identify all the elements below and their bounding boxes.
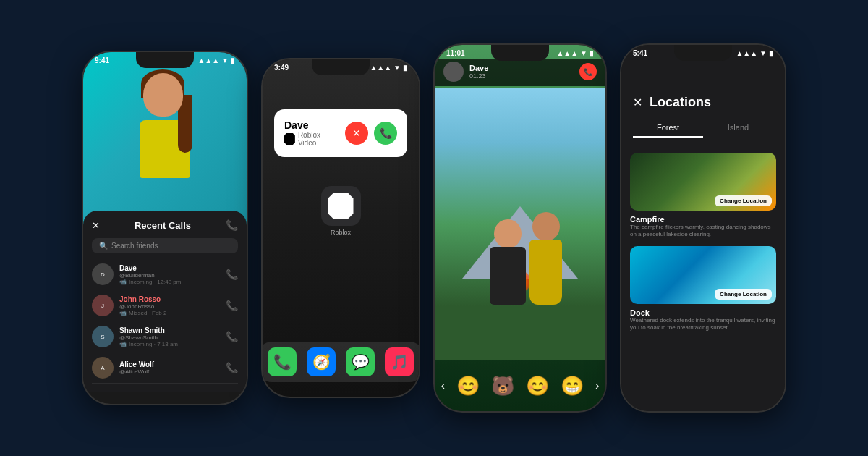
female-avatar-head xyxy=(532,212,560,241)
locations-list: Change Location Campfire The campfire fl… xyxy=(621,153,785,339)
roblox-app-icon[interactable] xyxy=(321,186,361,226)
call-avatar-shawn: S xyxy=(92,326,114,347)
emoji-2[interactable]: 🐻 xyxy=(491,375,514,397)
emoji-prev-arrow[interactable]: ‹ xyxy=(441,379,445,392)
locations-tab-bar: Forest Island xyxy=(633,119,773,138)
emoji-3[interactable]: 😊 xyxy=(526,375,549,397)
end-call-button[interactable]: 📞 xyxy=(579,63,597,80)
app-grid: Roblox xyxy=(263,172,419,250)
phone-recent-calls: 9:41 ▲▲▲ ▼ ▮ ✕ Recent Calls 📞 xyxy=(82,51,248,405)
video-icon-john: 📹 xyxy=(119,310,127,316)
female-avatar xyxy=(521,212,571,328)
locations-title: Locations xyxy=(650,95,711,110)
call-username-shawn: @ShawnSmith xyxy=(119,334,220,341)
call-item-alice[interactable]: A Alice Wolf @AliceWolf 📞 xyxy=(92,352,238,384)
call-username-dave: @Builderman xyxy=(119,272,220,279)
dock-safari-icon[interactable]: 🧭 xyxy=(307,347,336,376)
video-scene xyxy=(435,88,605,360)
emoji-next-arrow[interactable]: › xyxy=(595,379,599,392)
incoming-call-card: Dave Roblox Video ✕ 📞 xyxy=(274,109,407,157)
call-item-shawn[interactable]: S Shawn Smith @ShawnSmith 📹 Incoming · 7… xyxy=(92,321,238,352)
location-desc-campfire: The campfire flickers warmly, casting da… xyxy=(630,224,776,239)
call-action-alice[interactable]: 📞 xyxy=(226,362,238,373)
phone4-notch xyxy=(674,45,732,61)
roblox-app-label: Roblox xyxy=(321,229,361,236)
dock-messages-icon[interactable]: 💬 xyxy=(346,347,375,376)
emoji-bar: ‹ 😊 🐻 😊 😁 › xyxy=(435,360,605,411)
battery-icon4: ▮ xyxy=(769,49,773,57)
video-caller-info: Dave 01:23 xyxy=(469,64,574,80)
battery-icon: ▮ xyxy=(231,56,235,64)
wifi-icon2: ▼ xyxy=(393,64,401,72)
dock-music-icon[interactable]: 🎵 xyxy=(385,347,414,376)
call-buttons: ✕ 📞 xyxy=(345,122,397,145)
dock-phone-icon[interactable]: 📞 xyxy=(268,347,297,376)
call-meta-john: 📹 Missed · Feb 2 xyxy=(119,310,220,316)
signal-icon: ▲▲▲ xyxy=(197,56,219,64)
call-item-john[interactable]: J John Rosso @JohnRosso 📹 Missed · Feb 2… xyxy=(92,290,238,321)
phone1-notch xyxy=(136,52,194,68)
phone-incoming-call: 3:49 ▲▲▲ ▼ ▮ Dave Roblox Video ✕ 📞 xyxy=(261,58,420,398)
call-action-john[interactable]: 📞 xyxy=(226,300,238,311)
change-location-dock-button[interactable]: Change Location xyxy=(715,289,772,300)
phones-container: 9:41 ▲▲▲ ▼ ▮ ✕ Recent Calls 📞 xyxy=(67,29,801,427)
phone4-time: 5:41 xyxy=(633,49,647,57)
video-icon: 📹 xyxy=(119,279,127,285)
phone2-status-icons: ▲▲▲ ▼ ▮ xyxy=(370,64,407,72)
calls-list: D Dave @Builderman 📹 Incoming · 12:48 pm… xyxy=(92,259,238,384)
phone1-avatar-area xyxy=(83,66,247,211)
roblox-icon xyxy=(284,133,295,145)
battery-icon2: ▮ xyxy=(403,64,407,72)
call-item-dave[interactable]: D Dave @Builderman 📹 Incoming · 12:48 pm… xyxy=(92,259,238,290)
decline-button[interactable]: ✕ xyxy=(345,122,368,145)
male-avatar-head xyxy=(494,219,522,248)
avatar-figure xyxy=(125,73,205,211)
video-caller-name: Dave xyxy=(469,64,574,72)
signal-icon3: ▲▲▲ xyxy=(556,49,578,57)
tab-island[interactable]: Island xyxy=(703,119,773,138)
call-meta-shawn: 📹 Incoming · 7:13 am xyxy=(119,341,220,347)
call-meta-dave: 📹 Incoming · 12:48 pm xyxy=(119,279,220,285)
location-name-campfire: Campfire xyxy=(630,215,776,224)
video-call-header: Dave 01:23 📞 xyxy=(435,59,605,86)
call-avatar-alice: A xyxy=(92,357,114,379)
call-info-john: John Rosso @JohnRosso 📹 Missed · Feb 2 xyxy=(119,295,220,316)
caller-info: Dave Roblox Video xyxy=(284,119,338,147)
locations-close-button[interactable]: ✕ xyxy=(633,96,642,109)
accept-button[interactable]: 📞 xyxy=(374,122,397,145)
location-name-dock: Dock xyxy=(630,308,776,317)
call-icon[interactable]: 📞 xyxy=(226,219,238,231)
call-info-dave: Dave @Builderman 📹 Incoming · 12:48 pm xyxy=(119,264,220,285)
caller-name: Dave xyxy=(284,119,338,131)
call-name-alice: Alice Wolf xyxy=(119,360,220,368)
signal-icon4: ▲▲▲ xyxy=(736,49,757,57)
emoji-1[interactable]: 😊 xyxy=(456,375,480,397)
recent-calls-panel: ✕ Recent Calls 📞 🔍 Search friends D Dave… xyxy=(83,211,247,392)
phone-video-call: 11:01 ▲▲▲ ▼ ▮ Dave 01:23 📞 xyxy=(433,43,607,413)
location-desc-dock: Weathered dock extends into the tranquil… xyxy=(630,317,776,332)
emoji-4[interactable]: 😁 xyxy=(561,375,584,397)
location-card-campfire: Change Location Campfire The campfire fl… xyxy=(630,153,776,239)
change-location-campfire-button[interactable]: Change Location xyxy=(715,195,772,206)
tab-forest[interactable]: Forest xyxy=(633,119,703,138)
panel-header: ✕ Recent Calls 📞 xyxy=(92,219,238,231)
phone3-status-icons: ▲▲▲ ▼ ▮ xyxy=(556,49,594,57)
avatar-head xyxy=(143,73,183,117)
location-image-campfire: Change Location xyxy=(630,153,776,211)
phone2-notch xyxy=(312,59,370,75)
phone4-status-icons: ▲▲▲ ▼ ▮ xyxy=(736,49,773,57)
female-avatar-body xyxy=(529,240,562,305)
call-name-dave: Dave xyxy=(119,264,220,272)
search-bar[interactable]: 🔍 Search friends xyxy=(92,238,238,253)
caller-app-label: Roblox Video xyxy=(298,131,338,147)
close-icon[interactable]: ✕ xyxy=(92,220,100,231)
search-icon: 🔍 xyxy=(99,242,108,250)
wifi-icon4: ▼ xyxy=(760,49,767,57)
caller-app: Roblox Video xyxy=(284,131,338,147)
video-caller-avatar xyxy=(443,62,464,82)
call-action-shawn[interactable]: 📞 xyxy=(226,331,238,342)
location-image-dock: Change Location xyxy=(630,246,776,304)
call-action-dave[interactable]: 📞 xyxy=(226,269,238,280)
phone2-dock: 📞 🧭 💬 🎵 xyxy=(261,342,420,382)
video-icon-shawn: 📹 xyxy=(119,341,127,347)
